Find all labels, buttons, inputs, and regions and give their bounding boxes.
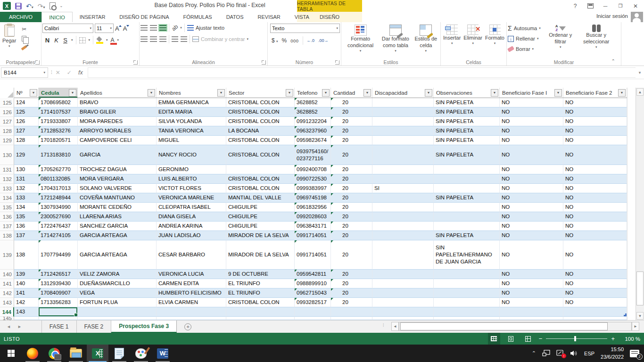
cell[interactable]: 1307934990	[39, 203, 78, 212]
vertical-scrollbar[interactable]: ▲ ▼	[636, 88, 644, 320]
cell[interactable]: 1708409907	[39, 288, 78, 298]
cell[interactable]: 1707794499	[39, 240, 78, 270]
formula-input[interactable]	[88, 67, 636, 78]
cell[interactable]: 0969745198	[295, 193, 331, 203]
cell[interactable]	[434, 270, 500, 279]
cell[interactable]: GERONIMO	[157, 165, 226, 174]
cell[interactable]: 0990722530	[295, 174, 331, 184]
filter-button-icon[interactable]: ▼	[554, 89, 562, 97]
cell[interactable]	[226, 165, 295, 174]
cell[interactable]: MORANTE CEDEÑO	[78, 203, 157, 212]
alignment-dialog-launcher[interactable]	[262, 60, 266, 65]
cell-styles-button[interactable]: Estilos de celda ▾	[413, 24, 439, 59]
insert-cells-button[interactable]: Insertar ▾	[442, 24, 462, 59]
cell[interactable]: CLEOPATRA ISABEL	[157, 203, 226, 212]
cell[interactable]: 20	[331, 107, 372, 117]
cell[interactable]: TANIA VERONICA	[157, 126, 226, 136]
cell[interactable]: 134	[14, 203, 39, 212]
cell[interactable]: 1708695802	[39, 98, 78, 107]
cell[interactable]: CRISTOBAL COLON	[226, 107, 295, 117]
next-sheet-icon[interactable]: ►	[17, 324, 22, 329]
row-number[interactable]: 145	[0, 317, 14, 320]
cell[interactable]: TROCHEZ DAGUA	[78, 165, 157, 174]
sheet-tab-fase-1[interactable]: FASE 1	[41, 321, 77, 333]
cell[interactable]: NO	[500, 165, 563, 174]
horizontal-scrollbar[interactable]: ◄ ►	[391, 322, 639, 331]
row-number[interactable]: 141	[0, 279, 14, 288]
cell[interactable]	[372, 174, 434, 184]
cell[interactable]: SIN PAPELETA	[434, 107, 500, 117]
cell[interactable]: NO	[563, 298, 627, 307]
cell[interactable]	[14, 317, 39, 320]
cell[interactable]: 143	[14, 307, 39, 317]
cell[interactable]	[434, 203, 500, 212]
language-indicator[interactable]: ESP	[584, 351, 594, 356]
cell[interactable]: SIN PAPELETA/HERMANO DE JUAN GARCIA	[434, 240, 500, 270]
cell[interactable]: NO	[563, 126, 627, 136]
cell[interactable]	[157, 317, 226, 320]
tab-datos[interactable]: DATOS	[219, 12, 251, 22]
column-header-sector[interactable]: Sector▼	[226, 88, 295, 98]
fill-button[interactable]: ↓ Rellenar ▾	[508, 34, 541, 43]
cell[interactable]: NO	[563, 212, 627, 222]
selected-cell[interactable]	[39, 307, 78, 317]
filter-button-icon[interactable]: ▼	[30, 89, 37, 97]
cell[interactable]: 20	[331, 98, 372, 107]
cell[interactable]: NO	[500, 288, 563, 298]
number-dialog-launcher[interactable]	[335, 60, 339, 65]
cell[interactable]: 20	[331, 288, 372, 298]
cell[interactable]	[434, 279, 500, 288]
cell[interactable]: 20	[331, 212, 372, 222]
row-number[interactable]: 138	[0, 231, 14, 240]
cell[interactable]: 0991714051	[295, 231, 331, 240]
taskbar-app-excel[interactable]: X	[87, 345, 108, 362]
action-center-icon[interactable]: !	[556, 350, 564, 357]
vertical-scroll-thumb[interactable]	[636, 272, 644, 305]
cell[interactable]: NO	[563, 145, 627, 165]
cell[interactable]: NO	[563, 288, 627, 298]
zoom-track[interactable]	[546, 338, 607, 339]
orientation-icon[interactable]: ab	[170, 23, 179, 32]
cell[interactable]	[372, 203, 434, 212]
paste-button[interactable]: Pegar ▾	[1, 24, 17, 59]
tab-diseño[interactable]: DISEÑO	[297, 12, 362, 22]
cell[interactable]: 20	[331, 240, 372, 270]
cell[interactable]: NO	[500, 145, 563, 165]
clock[interactable]: 15:50 23/6/2022	[601, 346, 624, 361]
help-button[interactable]: ?	[569, 1, 582, 11]
cell[interactable]: NO	[500, 231, 563, 240]
cell[interactable]: CRISTOBAL COLON	[226, 117, 295, 126]
align-top-icon[interactable]	[140, 25, 148, 31]
cell[interactable]: CHIGUILPE	[226, 203, 295, 212]
underline-button[interactable]: S	[62, 37, 68, 44]
cell[interactable]	[331, 307, 372, 317]
cell[interactable]	[372, 270, 434, 279]
cell[interactable]	[295, 317, 331, 320]
cell[interactable]: 0963237960	[295, 126, 331, 136]
cell[interactable]	[563, 307, 627, 317]
decrease-indent-icon[interactable]	[172, 36, 178, 42]
cell[interactable]: NO	[500, 240, 563, 270]
tab-scrollbar-splitter[interactable]: ⁞	[383, 323, 384, 328]
cell[interactable]: MIRADOR DE LA SELVA	[226, 240, 295, 270]
cell[interactable]: 135	[14, 212, 39, 222]
cell[interactable]: 1712853276	[39, 126, 78, 136]
cell[interactable]: EMMA GERMANICA	[157, 98, 226, 107]
cell[interactable]	[331, 317, 372, 320]
sheet-tab-prospectos-fase-3[interactable]: Prospectos Fase 3	[111, 321, 177, 333]
percent-button[interactable]: %	[282, 37, 287, 44]
cell[interactable]: CESAR BARBARO	[157, 240, 226, 270]
cell[interactable]: 137	[14, 231, 39, 240]
format-cells-button[interactable]: Formato ▾	[484, 24, 506, 59]
cell[interactable]: 140	[14, 279, 39, 288]
cell[interactable]: 1721248944	[39, 193, 78, 203]
cell[interactable]: JUAN LADISLAO	[157, 231, 226, 240]
cell[interactable]: CRISTOBAL COLON	[226, 98, 295, 107]
cell[interactable]: 20	[331, 231, 372, 240]
cell[interactable]: EDITA MARIA	[157, 107, 226, 117]
increase-indent-icon[interactable]	[181, 36, 187, 42]
wrap-text-button[interactable]: Ajustar texto	[187, 25, 224, 31]
column-header-observaciones[interactable]: Observaciones▼	[434, 88, 500, 98]
cell[interactable]: 20	[331, 184, 372, 193]
cell[interactable]: 1713356283	[39, 298, 78, 307]
